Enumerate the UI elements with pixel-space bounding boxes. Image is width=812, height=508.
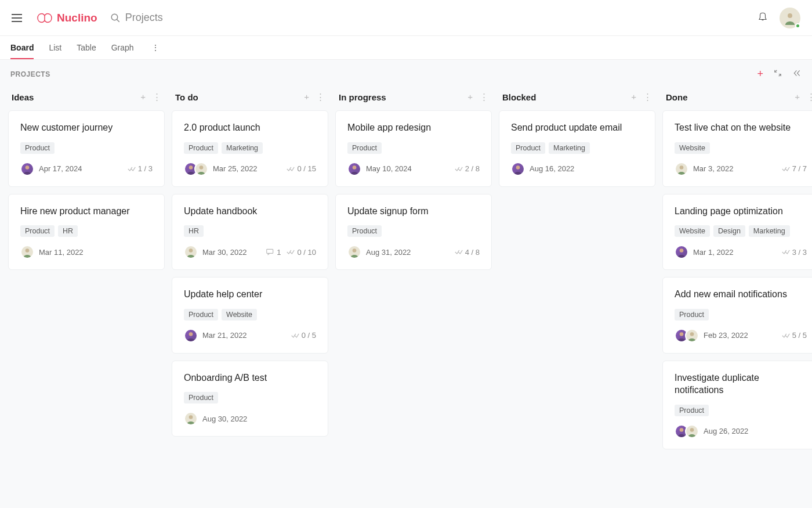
card-title: Update help center <box>184 288 316 301</box>
svg-point-12 <box>353 248 357 253</box>
assignee-avatar[interactable] <box>347 245 361 259</box>
chevron-double-left-icon <box>792 69 802 77</box>
assignees <box>675 162 688 176</box>
assignee-avatar[interactable] <box>675 162 688 176</box>
tag: Website <box>222 309 257 320</box>
card-footer: Mar 11, 2022 <box>20 245 153 259</box>
logo[interactable]: Nuclino <box>36 12 97 24</box>
tag: Product <box>20 142 55 154</box>
assignee-avatar[interactable] <box>184 329 198 343</box>
card-tags: Product <box>184 392 316 403</box>
assignee-avatar[interactable] <box>194 162 208 176</box>
assignee-avatar[interactable] <box>685 329 699 343</box>
column-add-button[interactable]: + <box>795 92 800 102</box>
svg-point-16 <box>680 332 684 336</box>
tag: HR <box>184 225 204 237</box>
avatar-icon <box>676 162 687 176</box>
online-status-indicator <box>795 23 800 28</box>
svg-point-9 <box>189 332 193 336</box>
tag: Marketing <box>222 142 263 154</box>
assignee-avatar[interactable] <box>20 162 34 176</box>
checklist-icon <box>782 248 790 255</box>
header: Nuclino Projects <box>0 0 812 36</box>
card-date: May 10, 2024 <box>366 164 412 173</box>
svg-point-18 <box>680 428 684 432</box>
card-tags: Product <box>675 309 807 320</box>
card[interactable]: Update help centerProductWebsiteMar 21, … <box>172 277 328 354</box>
close-panel-button[interactable] <box>792 69 802 79</box>
card-title: 2.0 product launch <box>184 121 316 134</box>
svg-line-1 <box>117 19 119 22</box>
card[interactable]: Mobile app redesignProductMay 10, 20242 … <box>335 110 492 187</box>
card[interactable]: Landing page optimizationWebsiteDesignMa… <box>662 194 812 271</box>
column-add-button[interactable]: + <box>304 92 309 102</box>
tab-board[interactable]: Board <box>10 37 34 59</box>
card-progress: 0 / 5 <box>291 331 316 340</box>
tag: Website <box>675 142 710 154</box>
card[interactable]: New customer journeyProductApr 17, 20241… <box>8 110 165 187</box>
assignees <box>675 245 688 259</box>
card-date: Mar 1, 2022 <box>693 248 733 257</box>
card-date: Apr 17, 2024 <box>39 164 82 173</box>
collapse-button[interactable] <box>774 69 782 79</box>
card-date: Aug 16, 2022 <box>530 164 574 173</box>
card[interactable]: Add new email notificationsProductFeb 23… <box>662 277 812 354</box>
menu-button[interactable] <box>12 11 26 25</box>
assignee-avatar[interactable] <box>184 412 198 426</box>
card-title: Landing page optimization <box>675 205 807 218</box>
card-title: New customer journey <box>20 121 153 134</box>
column-more-button[interactable]: ⋮ <box>643 92 652 102</box>
tab-list[interactable]: List <box>49 37 61 59</box>
card-title: Hire new product manager <box>20 205 153 218</box>
card-footer: Aug 31, 20224 / 8 <box>347 245 480 259</box>
column-add-button[interactable]: + <box>631 92 636 102</box>
card-footer: Aug 16, 2022 <box>511 162 643 176</box>
add-item-button[interactable]: + <box>757 68 763 80</box>
card[interactable]: Update handbookHRMar 30, 202210 / 10 <box>172 194 328 271</box>
avatar-icon <box>195 162 207 176</box>
search-box[interactable]: Projects <box>110 12 163 24</box>
svg-rect-8 <box>267 250 273 254</box>
card[interactable]: Hire new product managerProductHRMar 11,… <box>8 194 165 271</box>
tabs-more-button[interactable]: ⋮ <box>149 41 162 55</box>
assignees <box>675 424 699 438</box>
checklist-icon <box>287 248 295 255</box>
card[interactable]: Onboarding A/B testProductAug 30, 2022 <box>172 361 328 437</box>
avatar-icon <box>349 245 360 259</box>
card[interactable]: 2.0 product launchProductMarketingMar 25… <box>172 110 328 187</box>
column-more-button[interactable]: ⋮ <box>480 92 488 102</box>
assignee-avatar[interactable] <box>184 245 198 259</box>
column-more-button[interactable]: ⋮ <box>807 92 812 102</box>
tab-graph[interactable]: Graph <box>111 37 134 59</box>
column-more-button[interactable]: ⋮ <box>316 92 325 102</box>
card-progress: 3 / 3 <box>782 248 807 257</box>
search-placeholder: Projects <box>125 12 163 24</box>
notifications-button[interactable] <box>757 11 768 24</box>
card[interactable]: Investigate duplicate notificationsProdu… <box>662 361 812 449</box>
column-add-button[interactable]: + <box>140 92 146 102</box>
card-tags: Website <box>675 142 807 154</box>
column-ideas: Ideas+⋮New customer journeyProductApr 17… <box>8 88 165 456</box>
card-title: Mobile app redesign <box>347 121 480 134</box>
card-footer: Feb 23, 20225 / 5 <box>675 329 807 343</box>
card-footer: Aug 30, 2022 <box>184 412 316 426</box>
assignee-avatar[interactable] <box>675 245 688 259</box>
card[interactable]: Update signup formProductAug 31, 20224 /… <box>335 194 492 271</box>
tab-table[interactable]: Table <box>77 37 96 59</box>
assignee-avatar[interactable] <box>511 162 525 176</box>
assignee-avatar[interactable] <box>685 424 699 438</box>
checklist-icon <box>291 332 299 339</box>
card-progress: 2 / 8 <box>455 164 480 173</box>
column-add-button[interactable]: + <box>467 92 473 102</box>
assignee-avatar[interactable] <box>20 245 34 259</box>
card-footer: May 10, 20242 / 8 <box>347 162 480 176</box>
assignees <box>20 162 34 176</box>
card[interactable]: Send product update emailProductMarketin… <box>499 110 655 187</box>
assignees <box>184 245 198 259</box>
column-title: Done <box>666 92 688 102</box>
card-date: Mar 21, 2022 <box>202 331 247 340</box>
card[interactable]: Test live chat on the websiteWebsiteMar … <box>662 110 812 187</box>
user-avatar[interactable] <box>780 8 800 28</box>
assignee-avatar[interactable] <box>347 162 361 176</box>
column-more-button[interactable]: ⋮ <box>153 92 161 102</box>
